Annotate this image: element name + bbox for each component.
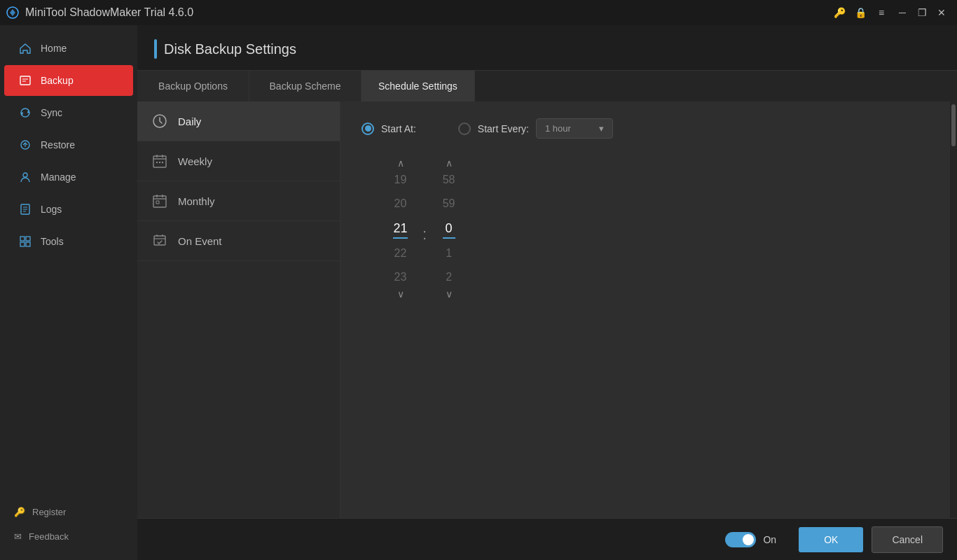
minutes-up-button[interactable]: ∧ <box>439 155 459 171</box>
minimize-button[interactable]: ─ <box>893 3 912 22</box>
time-separator: : <box>422 211 427 246</box>
feedback-button[interactable]: ✉ Feedback <box>0 524 137 549</box>
hours-column: ∧ 19 20 21 22 23 ∨ <box>381 155 420 302</box>
start-every-label: Start Every: <box>478 123 529 134</box>
hour-21[interactable]: 21 <box>393 218 407 239</box>
on-off-toggle[interactable] <box>725 532 756 547</box>
schedule-scrollbar[interactable] <box>950 102 957 518</box>
sidebar-item-home-label: Home <box>41 43 67 54</box>
close-button[interactable]: ✕ <box>932 3 951 22</box>
sidebar-item-backup[interactable]: Backup <box>4 65 133 96</box>
header-accent <box>154 39 157 59</box>
start-at-option[interactable]: Start At: <box>362 122 416 135</box>
sidebar-item-tools-label: Tools <box>41 236 64 247</box>
restore-icon <box>18 138 32 152</box>
clock-icon <box>151 113 168 130</box>
hours-up-button[interactable]: ∧ <box>391 155 411 171</box>
app-title: MiniTool ShadowMaker Trial 4.6.0 <box>25 6 193 19</box>
content-area: Disk Backup Settings Backup Options Back… <box>137 25 957 560</box>
svg-rect-1 <box>20 76 30 85</box>
svg-rect-6 <box>26 237 30 241</box>
app-logo <box>6 6 20 20</box>
key-icon[interactable]: 🔑 <box>829 3 849 22</box>
titlebar: MiniTool ShadowMaker Trial 4.6.0 🔑 🔒 ≡ ─… <box>0 0 957 25</box>
weekly-calendar-icon <box>151 153 168 169</box>
sync-icon <box>18 106 32 120</box>
sidebar-item-restore-label: Restore <box>41 139 75 150</box>
sidebar-item-manage[interactable]: Manage <box>4 162 133 192</box>
register-icon: 🔑 <box>14 507 25 517</box>
svg-rect-8 <box>26 242 30 246</box>
svg-rect-14 <box>153 196 166 207</box>
minutes-rows: 58 59 0 1 2 <box>443 171 455 286</box>
toggle-label: On <box>763 534 776 545</box>
schedule-type-daily[interactable]: Daily <box>137 102 340 141</box>
svg-point-13 <box>162 162 163 163</box>
main-layout: Home Backup Sync <box>0 25 957 560</box>
titlebar-controls[interactable]: 🔑 🔒 ≡ ─ ❐ ✕ <box>829 3 951 22</box>
sidebar-item-sync[interactable]: Sync <box>4 97 133 128</box>
restore-button[interactable]: ❐ <box>912 3 932 22</box>
svg-point-3 <box>23 173 27 177</box>
interval-value: 1 hour <box>545 123 571 134</box>
tab-backup-options[interactable]: Backup Options <box>137 71 249 102</box>
manage-icon <box>18 170 32 184</box>
hour-23: 23 <box>393 268 407 286</box>
sidebar-item-tools[interactable]: Tools <box>4 226 133 257</box>
schedule-type-weekly[interactable]: Weekly <box>137 141 340 181</box>
sidebar-item-logs-label: Logs <box>41 204 62 215</box>
schedule-type-monthly[interactable]: Monthly <box>137 181 340 221</box>
ok-button[interactable]: OK <box>799 527 863 552</box>
tools-icon <box>18 234 32 248</box>
page-title: Disk Backup Settings <box>164 41 296 57</box>
schedule-settings-panel: Start At: Start Every: 1 hour ▾ <box>340 102 957 518</box>
register-label: Register <box>32 507 66 517</box>
menu-icon[interactable]: ≡ <box>872 3 891 22</box>
svg-point-12 <box>159 162 160 163</box>
footer: On OK Cancel <box>137 518 957 560</box>
sidebar-item-sync-label: Sync <box>41 107 62 118</box>
start-at-radio[interactable] <box>362 122 374 135</box>
tab-schedule-settings[interactable]: Schedule Settings <box>362 71 475 102</box>
start-at-label: Start At: <box>381 123 416 134</box>
backup-icon <box>18 74 32 88</box>
sidebar-item-restore[interactable]: Restore <box>4 130 133 160</box>
on-event-label: On Event <box>178 235 222 247</box>
minutes-down-button[interactable]: ∨ <box>439 286 459 302</box>
weekly-label: Weekly <box>178 155 212 167</box>
window-controls[interactable]: ─ ❐ ✕ <box>893 3 951 22</box>
hours-rows: 19 20 21 22 23 <box>393 171 407 286</box>
on-event-icon <box>151 232 168 249</box>
minute-0[interactable]: 0 <box>443 218 455 239</box>
sidebar-item-manage-label: Manage <box>41 172 76 183</box>
svg-rect-5 <box>20 237 25 241</box>
sidebar-bottom: 🔑 Register ✉ Feedback <box>0 500 137 560</box>
start-every-group: Start Every: 1 hour ▾ <box>458 118 613 139</box>
scroll-thumb <box>951 104 956 146</box>
daily-label: Daily <box>178 115 201 127</box>
schedule-type-on-event[interactable]: On Event <box>137 221 340 261</box>
feedback-label: Feedback <box>29 531 69 542</box>
tab-backup-scheme[interactable]: Backup Scheme <box>249 71 362 102</box>
feedback-icon: ✉ <box>14 531 22 542</box>
minute-2: 2 <box>443 268 455 286</box>
svg-rect-7 <box>20 242 25 246</box>
sidebar-item-home[interactable]: Home <box>4 33 133 64</box>
sidebar-item-logs[interactable]: Logs <box>4 194 133 225</box>
hours-down-button[interactable]: ∨ <box>391 286 411 302</box>
dropdown-arrow-icon: ▾ <box>599 123 604 134</box>
minutes-column: ∧ 58 59 0 1 2 ∨ <box>429 155 468 302</box>
schedule-types-panel: Daily Weekly <box>137 102 340 518</box>
interval-dropdown[interactable]: 1 hour ▾ <box>536 118 613 139</box>
minute-59: 59 <box>443 195 455 213</box>
logs-icon <box>18 202 32 216</box>
toggle-row: On <box>725 532 776 547</box>
lock-icon[interactable]: 🔒 <box>851 3 870 22</box>
svg-rect-15 <box>156 201 159 204</box>
start-every-radio[interactable] <box>458 122 471 135</box>
svg-point-11 <box>156 162 158 163</box>
register-button[interactable]: 🔑 Register <box>0 500 137 524</box>
start-every-option[interactable]: Start Every: <box>458 122 529 135</box>
cancel-button[interactable]: Cancel <box>872 526 943 553</box>
sidebar-item-backup-label: Backup <box>41 75 74 86</box>
